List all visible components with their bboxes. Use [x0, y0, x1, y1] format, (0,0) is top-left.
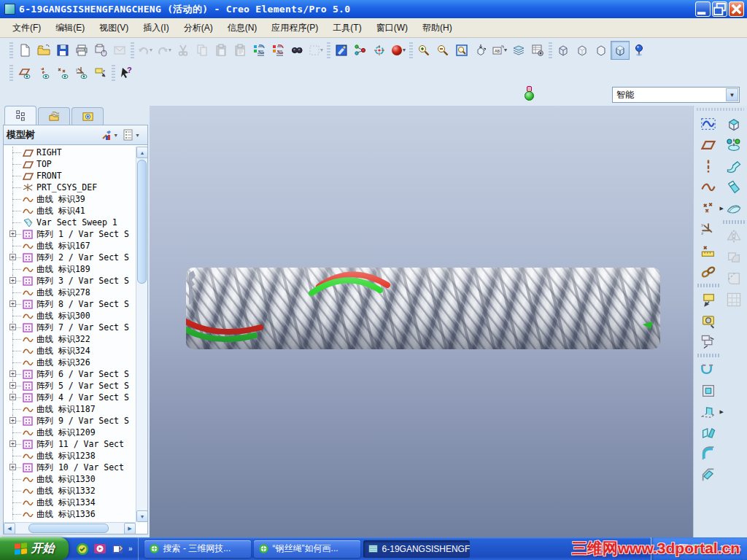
tree-show-button[interactable]: ▼: [123, 129, 140, 141]
print-options-button[interactable]: [91, 41, 110, 60]
expand-icon[interactable]: +: [9, 394, 16, 400]
expand-icon[interactable]: +: [9, 277, 16, 284]
menu-n[interactable]: 信息(N): [221, 19, 264, 37]
zoom-out-button[interactable]: [433, 41, 452, 60]
plane-display-button[interactable]: [15, 63, 34, 82]
scroll-right-button[interactable]: ▶: [124, 523, 136, 534]
tree-settings-button[interactable]: ▼: [101, 129, 118, 141]
menu-t[interactable]: 工具(T): [326, 19, 368, 37]
sweep-tool-button[interactable]: [723, 155, 745, 176]
tree-item[interactable]: 曲线 标识322: [4, 333, 136, 345]
tree-item[interactable]: +阵列 3 / Var Sect S: [4, 275, 136, 287]
tree-item[interactable]: 曲线 标识1334: [4, 497, 136, 508]
close-button[interactable]: [729, 1, 744, 17]
datum-graph-button[interactable]: [351, 41, 370, 60]
blend-tool-button[interactable]: [723, 176, 745, 198]
shaded-cube-button[interactable]: [611, 41, 630, 60]
tree-item[interactable]: RIGHT: [4, 147, 136, 158]
tree-item[interactable]: +阵列 8 / Var Sect S: [4, 298, 136, 310]
tree-item[interactable]: 曲线 标识1332: [4, 485, 136, 497]
wireframe-cube-button[interactable]: [554, 41, 573, 60]
tree-vertical-scrollbar[interactable]: ▲ ▼: [136, 147, 147, 522]
taskbar-button[interactable]: 6-19GANGSISHENGF...: [363, 540, 470, 558]
datum-plane-tool-button[interactable]: [697, 134, 719, 155]
scroll-thumb-h[interactable]: [28, 524, 109, 533]
regenerate-button[interactable]: [249, 41, 268, 60]
datum-point-tool-button[interactable]: ▶: [697, 198, 719, 219]
hole-tool-button[interactable]: [697, 359, 719, 380]
save-file-button[interactable]: [53, 41, 72, 60]
tree-item[interactable]: +阵列 2 / Var Sect S: [4, 252, 136, 263]
minimize-button[interactable]: [695, 1, 711, 17]
expand-icon[interactable]: +: [9, 382, 16, 389]
expand-icon[interactable]: +: [9, 417, 16, 424]
tree-item[interactable]: +阵列 6 / Var Sect S: [4, 368, 136, 380]
menu-f[interactable]: 文件(F): [6, 19, 47, 37]
hidden-line-cube-button[interactable]: [573, 41, 592, 60]
tree-item[interactable]: TOP: [4, 158, 136, 170]
tree-item[interactable]: 曲线 标识39: [4, 193, 136, 205]
tree-item[interactable]: +阵列 1 / Var Sect S: [4, 228, 136, 240]
folder-browser-tab[interactable]: [38, 107, 70, 125]
scroll-thumb[interactable]: [137, 160, 147, 284]
spin-center-button[interactable]: [370, 41, 389, 60]
tree-item[interactable]: 曲线 标识1336: [4, 508, 136, 520]
annotation-display-button[interactable]: z: [91, 63, 110, 82]
wire-rope-model[interactable]: [183, 265, 665, 354]
tree-item[interactable]: FRONT: [4, 170, 136, 182]
regeneration-status-icon[interactable]: [524, 86, 535, 104]
expand-icon[interactable]: +: [9, 230, 16, 237]
link-tool-button[interactable]: [697, 261, 719, 282]
sketch-tool-button[interactable]: [697, 113, 719, 134]
chevron-down-icon[interactable]: ▼: [726, 88, 738, 101]
draft2-tool-button[interactable]: [697, 422, 719, 443]
expand-icon[interactable]: +: [9, 300, 16, 307]
render-sphere-button[interactable]: ▼: [389, 41, 408, 60]
tree-item[interactable]: 曲线 标识324: [4, 345, 136, 357]
scroll-up-button[interactable]: ▲: [136, 147, 148, 158]
expand-icon[interactable]: +: [9, 464, 16, 470]
tree-item[interactable]: +阵列 7 / Var Sect S: [4, 322, 136, 333]
context-help-button[interactable]: ?: [117, 63, 136, 82]
draft-tool-button[interactable]: ▶: [697, 401, 719, 422]
tree-item[interactable]: 曲线 标识1330: [4, 473, 136, 485]
tree-item[interactable]: +阵列 4 / Var Sect S: [4, 392, 136, 403]
new-file-button[interactable]: [15, 41, 34, 60]
shell-tool-button[interactable]: [697, 380, 719, 401]
extrude-tool-button[interactable]: [723, 113, 745, 134]
tray-icon-2[interactable]: [692, 544, 702, 554]
ql-input[interactable]: [111, 542, 124, 556]
model-tree-tab[interactable]: [4, 106, 36, 125]
tree-item[interactable]: +阵列 9 / Var Sect S: [4, 415, 136, 427]
notes-stack-tool-button[interactable]: [697, 331, 719, 352]
tree-item[interactable]: PRT_CSYS_DEF: [4, 182, 136, 193]
tree-item[interactable]: 曲线 标识1187: [4, 403, 136, 415]
quick-launch-more[interactable]: »: [128, 545, 132, 553]
tree-item[interactable]: 曲线 标识167: [4, 240, 136, 252]
layers-button[interactable]: [509, 41, 528, 60]
axis-display-button[interactable]: [34, 63, 53, 82]
expand-icon[interactable]: +: [9, 370, 16, 377]
refit-button[interactable]: [452, 41, 471, 60]
note-tool-button[interactable]: [697, 289, 719, 310]
revolve-tool-button[interactable]: [723, 134, 745, 155]
menu-a[interactable]: 分析(A): [177, 19, 220, 37]
graphics-viewport[interactable]: [150, 106, 693, 537]
selection-filter-combo[interactable]: 智能 ▼: [612, 87, 740, 103]
scroll-down-button[interactable]: ▼: [136, 510, 148, 522]
print-button[interactable]: [72, 41, 91, 60]
scroll-left-button[interactable]: ◀: [4, 523, 15, 534]
menu-p[interactable]: 应用程序(P): [265, 19, 325, 37]
favorites-tab[interactable]: [71, 107, 104, 125]
zoom-in-button[interactable]: [414, 41, 433, 60]
csys-display-button[interactable]: y: [72, 63, 91, 82]
measure-tool-button[interactable]: [697, 240, 719, 261]
ql-media[interactable]: [93, 542, 107, 556]
tree-item[interactable]: 曲线 标识326: [4, 357, 136, 368]
menu-i[interactable]: 插入(I): [136, 19, 175, 37]
tray-icon-3[interactable]: [705, 544, 715, 554]
tree-item[interactable]: 曲线 标识1238: [4, 450, 136, 462]
chamfer-tool-button[interactable]: [697, 464, 719, 486]
tree-horizontal-scrollbar[interactable]: ◀ ▶: [4, 522, 136, 534]
expand-icon[interactable]: +: [9, 324, 16, 330]
